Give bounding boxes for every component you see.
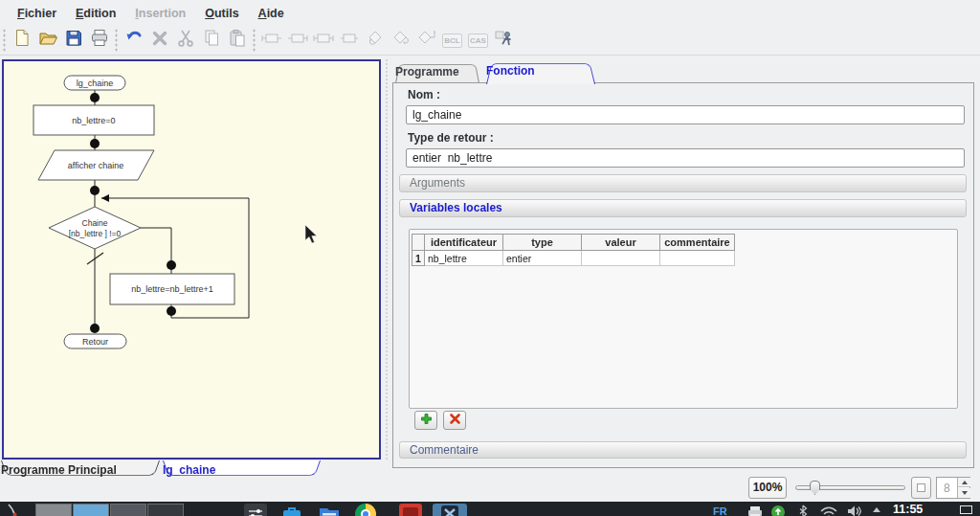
- cell-type[interactable]: entier: [503, 251, 582, 266]
- assign-label: nb_lettre=0: [72, 116, 115, 125]
- variables-table-container: identificateur type valeur commentaire 1…: [409, 229, 958, 409]
- section-variables-locales[interactable]: Variables locales: [399, 199, 967, 217]
- delete-variable-button[interactable]: [443, 411, 466, 430]
- cell-valeur[interactable]: [582, 251, 660, 266]
- nom-label: Nom :: [408, 88, 440, 101]
- insert-action-both-button: [310, 28, 336, 54]
- flowchart-node-output[interactable]: afficher chaine: [38, 150, 154, 180]
- workspace-pager[interactable]: [35, 504, 185, 516]
- page-spinner[interactable]: 8: [936, 477, 970, 499]
- tab-fonction[interactable]: Fonction: [486, 61, 595, 84]
- insert-condition-icon: [364, 28, 387, 53]
- open-folder-icon: [37, 28, 58, 53]
- connector-dot[interactable]: [90, 186, 100, 195]
- flowchart-node-start[interactable]: lg_chaine: [64, 76, 125, 90]
- cut-icon: [175, 28, 196, 53]
- header-identificateur[interactable]: identificateur: [425, 235, 503, 251]
- section-arguments[interactable]: Arguments: [399, 174, 967, 192]
- slider-thumb[interactable]: [810, 481, 820, 495]
- connector-dot[interactable]: [167, 260, 176, 270]
- tab-programme[interactable]: Programme: [395, 62, 479, 83]
- launcher-icon[interactable]: [6, 503, 21, 516]
- workspace-2-active[interactable]: [73, 504, 109, 516]
- fit-page-button[interactable]: [911, 477, 931, 499]
- connector-dot[interactable]: [90, 93, 100, 102]
- menu-outils[interactable]: Outils: [195, 3, 248, 24]
- tab-programme-principal[interactable]: Programme Principal: [1, 460, 160, 477]
- tab-label: lg_chaine: [163, 463, 215, 477]
- menu-aide[interactable]: Aide: [249, 3, 294, 24]
- loop-arrowhead: [101, 194, 109, 202]
- clock[interactable]: 11:55: [893, 503, 923, 516]
- header-valeur[interactable]: valeur: [582, 235, 660, 251]
- print-icon: [89, 28, 110, 53]
- add-variable-button[interactable]: [414, 411, 437, 430]
- menu-edition[interactable]: Edition: [66, 3, 125, 24]
- wifi-icon[interactable]: [819, 505, 838, 516]
- panel-splitter[interactable]: [386, 59, 388, 460]
- condition-label-line2: [nb_lettre ] !=0: [69, 229, 122, 238]
- properties-panel: Programme Fonction Nom : Type de retour …: [392, 62, 974, 468]
- spinner-up-button[interactable]: [958, 478, 970, 487]
- header-type[interactable]: type: [503, 235, 582, 251]
- section-commentaire[interactable]: Commentaire: [399, 441, 967, 459]
- flowchart-node-loop-assign[interactable]: nb_lettre=nb_lettre+1: [110, 274, 234, 304]
- bluetooth-icon[interactable]: [797, 504, 809, 516]
- run-button[interactable]: [491, 28, 517, 54]
- new-document-icon: [11, 28, 33, 53]
- media-app-icon[interactable]: [399, 504, 422, 516]
- start-label: lg_chaine: [77, 79, 114, 88]
- tray-expander-icon[interactable]: [873, 507, 880, 512]
- row-number-cell[interactable]: 1: [412, 251, 425, 266]
- save-button[interactable]: [60, 28, 86, 54]
- active-app-icon[interactable]: [433, 504, 467, 516]
- insert-condition-button: [362, 28, 388, 54]
- toolbar: BCL CAS: [0, 26, 980, 56]
- nom-input[interactable]: [406, 105, 965, 124]
- run-icon: [493, 28, 516, 53]
- show-desktop-button[interactable]: [960, 505, 972, 514]
- flowchart-node-assign[interactable]: nb_lettre=0: [33, 105, 154, 135]
- header-commentaire[interactable]: commentaire: [660, 235, 735, 251]
- zoom-slider[interactable]: [793, 477, 907, 499]
- insert-action-button: [336, 28, 362, 54]
- printer-tray-icon[interactable]: [746, 505, 764, 516]
- type-retour-input[interactable]: [406, 148, 965, 168]
- workspace-3[interactable]: [110, 504, 146, 516]
- flowchart-node-condition[interactable]: Chaine [nb_lettre ] !=0: [49, 207, 141, 249]
- volume-icon[interactable]: [846, 505, 863, 516]
- workspace-4[interactable]: [147, 504, 184, 516]
- language-indicator[interactable]: FR: [713, 505, 727, 516]
- spinner-buttons: [957, 478, 969, 498]
- new-document-button[interactable]: [9, 28, 34, 54]
- tab-label: Programme: [395, 65, 459, 79]
- connector-dot[interactable]: [167, 306, 176, 316]
- files-folder-icon[interactable]: [318, 504, 341, 516]
- delete-button: [146, 28, 172, 54]
- flowchart-canvas[interactable]: lg_chaine nb_lettre=0 afficher chaine Ch…: [2, 59, 381, 460]
- insert-action-right-button: [284, 28, 310, 54]
- application-window: Fichier Edition Insertion Outils Aide BC…: [0, 0, 980, 516]
- print-button[interactable]: [86, 28, 112, 54]
- flowchart-node-end[interactable]: Retour: [64, 334, 126, 348]
- connector-dot[interactable]: [90, 324, 100, 333]
- briefcase-icon[interactable]: [280, 504, 303, 516]
- toolbar-separator: [251, 29, 257, 52]
- update-status-icon[interactable]: [770, 505, 786, 516]
- chrome-icon[interactable]: [355, 504, 376, 516]
- zoom-level-display[interactable]: 100%: [748, 477, 787, 499]
- menu-fichier[interactable]: Fichier: [8, 3, 66, 24]
- settings-sliders-icon[interactable]: [244, 504, 267, 516]
- spinner-down-button[interactable]: [958, 488, 970, 498]
- tab-lg-chaine[interactable]: lg_chaine: [163, 460, 321, 477]
- connector-dot[interactable]: [90, 139, 100, 148]
- cell-identificateur[interactable]: nb_lettre: [425, 251, 503, 266]
- insert-action-left-icon: [260, 28, 283, 53]
- workspace-1[interactable]: [35, 504, 72, 516]
- table-header-row: identificateur type valeur commentaire: [412, 235, 735, 251]
- cell-commentaire[interactable]: [660, 251, 735, 266]
- delete-icon: [149, 28, 170, 53]
- tab-label: Fonction: [486, 64, 535, 78]
- open-file-button[interactable]: [34, 28, 60, 54]
- undo-button[interactable]: [121, 28, 146, 54]
